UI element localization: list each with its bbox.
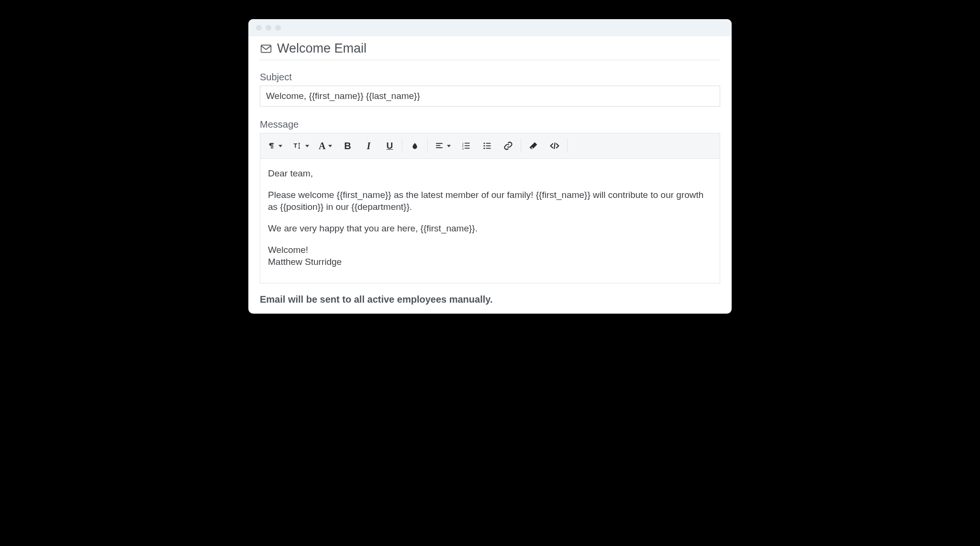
- clear-formatting-button[interactable]: [523, 136, 544, 155]
- svg-rect-5: [436, 147, 443, 148]
- ordered-list-icon: 123: [461, 142, 471, 150]
- unordered-list-button[interactable]: [477, 136, 498, 155]
- subject-input[interactable]: [260, 86, 720, 107]
- svg-rect-0: [261, 45, 271, 52]
- svg-point-13: [484, 145, 485, 147]
- line-height-button[interactable]: T: [287, 136, 314, 155]
- app-window: Welcome Email Subject Message: [248, 19, 732, 314]
- message-field: Message T: [260, 119, 720, 284]
- svg-point-14: [484, 148, 485, 149]
- svg-rect-9: [465, 143, 470, 144]
- caret-icon: [328, 145, 332, 147]
- rich-text-editor: T A B I: [260, 133, 720, 284]
- link-icon: [503, 141, 513, 151]
- page-title-text: Welcome Email: [277, 41, 367, 56]
- font-family-button[interactable]: A: [314, 136, 337, 155]
- tint-icon: [411, 141, 419, 151]
- subject-label: Subject: [260, 72, 720, 83]
- toolbar-separator: [427, 139, 428, 153]
- align-button[interactable]: [430, 136, 456, 155]
- underline-button[interactable]: U: [379, 136, 400, 155]
- bold-icon: B: [344, 141, 351, 152]
- window-dot-close[interactable]: [256, 25, 262, 31]
- caret-icon: [447, 145, 451, 147]
- pilcrow-icon: [267, 142, 276, 150]
- code-icon: [549, 141, 560, 151]
- divider: [260, 60, 720, 60]
- unordered-list-icon: [482, 142, 492, 150]
- window-titlebar: [248, 19, 732, 36]
- italic-icon: I: [367, 141, 371, 152]
- eraser-icon: [529, 141, 538, 151]
- message-body-input[interactable]: Dear team, Please welcome {{first_name}}…: [260, 159, 720, 283]
- message-line: We are very happy that you are here, {{f…: [268, 222, 712, 235]
- svg-rect-2: [299, 143, 300, 148]
- code-view-button[interactable]: [544, 136, 565, 155]
- svg-text:T: T: [294, 142, 298, 149]
- ordered-list-button[interactable]: 123: [456, 136, 477, 155]
- align-left-icon: [434, 142, 444, 150]
- svg-rect-11: [465, 148, 470, 149]
- content-area: Welcome Email Subject Message: [248, 36, 732, 314]
- message-line: Dear team,: [268, 167, 712, 180]
- editor-toolbar: T A B I: [260, 133, 720, 159]
- message-label: Message: [260, 119, 720, 130]
- toolbar-separator: [567, 139, 568, 153]
- page-title: Welcome Email: [260, 41, 720, 60]
- message-line: Matthew Sturridge: [268, 256, 712, 268]
- svg-rect-17: [486, 148, 491, 149]
- send-note: Email will be sent to all active employe…: [260, 294, 720, 305]
- svg-rect-10: [465, 145, 470, 146]
- window-dot-zoom[interactable]: [275, 25, 281, 31]
- svg-text:3: 3: [462, 147, 464, 150]
- svg-rect-4: [436, 145, 441, 146]
- svg-rect-15: [486, 143, 491, 144]
- svg-point-12: [484, 142, 485, 144]
- svg-rect-16: [486, 145, 491, 146]
- toolbar-separator: [521, 139, 521, 153]
- window-dot-minimize[interactable]: [266, 25, 271, 31]
- toolbar-separator: [402, 139, 402, 153]
- paragraph-format-button[interactable]: [262, 136, 287, 155]
- insert-link-button[interactable]: [498, 136, 519, 155]
- envelope-icon: [260, 43, 272, 55]
- message-line: Please welcome {{first_name}} as the lat…: [268, 189, 712, 213]
- caret-icon: [305, 145, 309, 147]
- italic-button[interactable]: I: [358, 136, 379, 155]
- bold-button[interactable]: B: [337, 136, 358, 155]
- svg-rect-3: [436, 143, 443, 144]
- text-color-button[interactable]: [404, 136, 425, 155]
- line-height-icon: T: [292, 141, 302, 151]
- caret-icon: [278, 145, 282, 147]
- subject-field: Subject: [260, 72, 720, 107]
- message-line: Welcome!: [268, 244, 712, 256]
- font-a-icon: A: [319, 141, 325, 152]
- underline-icon: U: [387, 141, 393, 151]
